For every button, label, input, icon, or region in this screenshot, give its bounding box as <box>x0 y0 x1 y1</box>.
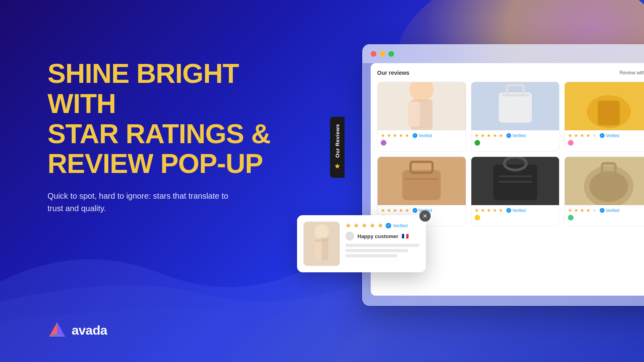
browser-dot-green[interactable] <box>388 51 394 57</box>
product-image-wrapper <box>378 157 466 205</box>
star-3: ★ <box>393 133 397 138</box>
color-dot-row <box>471 138 559 147</box>
popup-stars-row: ★ ★ ★ ★ ★ ✓ Verified <box>345 222 419 229</box>
verified-badge: ✓ Verified <box>506 133 526 138</box>
popup-reviewer-name: Happy customer <box>357 233 398 239</box>
verified-text: Verified <box>512 208 526 213</box>
verified-text: Verified <box>606 208 619 213</box>
popup-image-inner <box>303 222 340 266</box>
popup-star-2: ★ <box>353 222 359 229</box>
reviews-header: Our reviews Review with me <box>377 70 644 76</box>
verified-check-icon: ✓ <box>600 133 605 138</box>
popup-star-3: ★ <box>361 222 367 229</box>
avada-logo-icon <box>47 321 67 340</box>
product-image-tan-bag <box>378 157 466 205</box>
product-image-wrapper <box>471 82 559 130</box>
star-2: ★ <box>387 133 391 138</box>
reviews-link[interactable]: Review with me <box>619 70 644 76</box>
sidebar-tab-label: Our Reviews <box>334 124 341 158</box>
main-heading: SHINE BRIGHT WITH STAR RATINGS & REVIEW … <box>47 58 297 179</box>
stars-row: ★ ★ ★ ★ ★ ✓ Verified <box>471 208 559 213</box>
color-dot-row <box>378 138 466 147</box>
popup-verified-icon: ✓ <box>386 223 391 228</box>
product-card[interactable]: ★ ★ ★ ★ ★ ✓ Verified <box>377 82 466 152</box>
verified-check-icon: ✓ <box>506 208 511 213</box>
color-dot-row <box>565 138 644 147</box>
color-dot-row <box>565 213 644 222</box>
stars-row: ★ ★ ★ ★ ★ ✓ Verified <box>565 133 644 138</box>
product-card[interactable]: ★ ★ ★ ★ ★ ✓ Verified <box>564 156 644 226</box>
logo-text: avada <box>72 323 107 338</box>
product-card[interactable]: ★ ★ ★ ★ ★ ✓ Verified <box>471 82 560 152</box>
verified-badge: ✓ Verified <box>600 133 619 138</box>
star-4: ★ <box>399 133 403 138</box>
verified-check-icon: ✓ <box>506 133 511 138</box>
star-1: ★ <box>381 133 385 138</box>
popup-body: ★ ★ ★ ★ ★ ✓ Verified Happy customer 🇫🇷 <box>345 222 419 266</box>
product-card[interactable]: ★ ★ ★ ★ ★ ✓ Verified <box>471 156 560 226</box>
popup-flag-emoji: 🇫🇷 <box>402 233 409 239</box>
browser-dot-yellow[interactable] <box>380 51 385 57</box>
verified-check-icon: ✓ <box>413 133 417 138</box>
color-option[interactable] <box>475 140 480 146</box>
our-reviews-sidebar-tab[interactable]: Our Reviews ★ <box>330 117 345 178</box>
color-option[interactable] <box>568 215 574 220</box>
browser-dot-red[interactable] <box>371 51 376 57</box>
color-option[interactable] <box>568 140 574 146</box>
product-image-wrapper <box>471 157 559 205</box>
product-image-wrapper <box>378 82 466 130</box>
popup-text-line-2 <box>345 249 408 252</box>
popup-star-1: ★ <box>345 222 351 229</box>
popup-close-button[interactable]: ✕ <box>419 210 431 222</box>
stars-row: ★ ★ ★ ★ ★ ✓ Verified <box>471 133 559 138</box>
svg-rect-9 <box>499 93 532 123</box>
popup-reviewer-info: Happy customer 🇫🇷 <box>345 232 419 241</box>
stars-row: ★ ★ ★ ★ ★ ✓ Verified <box>378 133 466 138</box>
product-image-yellow <box>565 82 644 130</box>
product-image-straw-bag <box>565 157 644 205</box>
browser-titlebar <box>363 45 644 63</box>
product-image-wrapper <box>565 82 644 130</box>
popup-text-line-3 <box>345 254 397 257</box>
verified-text: Verified <box>419 134 432 138</box>
product-image-floral <box>378 82 466 130</box>
star-5: ★ <box>405 133 409 138</box>
stars-row: ★ ★ ★ ★ ★ ✓ Verified <box>565 208 644 213</box>
color-dot-row <box>471 213 559 222</box>
svg-rect-18 <box>405 178 438 180</box>
popup-product-image <box>303 222 340 266</box>
product-card[interactable]: ★ ★ ★ ★ ★ ✓ Verified <box>564 82 644 152</box>
popup-review-text <box>345 244 419 257</box>
verified-badge: ✓ Verified <box>413 133 432 138</box>
svg-rect-22 <box>499 175 532 177</box>
verified-badge: ✓ Verified <box>600 208 619 213</box>
product-image-white-bag <box>471 82 559 130</box>
popup-verified-badge: ✓ Verified <box>386 223 408 228</box>
svg-rect-7 <box>420 102 432 126</box>
svg-rect-11 <box>502 94 529 96</box>
color-option[interactable] <box>381 140 386 146</box>
color-option[interactable] <box>475 215 480 220</box>
popup-avatar <box>345 232 354 241</box>
svg-rect-16 <box>402 170 441 200</box>
product-grid: ★ ★ ★ ★ ★ ✓ Verified <box>377 82 644 226</box>
reviews-panel-title: Our reviews <box>377 70 409 76</box>
svg-rect-23 <box>499 181 532 183</box>
verified-text: Verified <box>606 134 619 138</box>
verified-check-icon: ✓ <box>600 208 605 213</box>
svg-rect-14 <box>598 101 620 125</box>
popup-text-line-1 <box>345 244 419 247</box>
svg-rect-32 <box>315 239 328 242</box>
sidebar-star-icon: ★ <box>334 162 341 171</box>
verified-check-icon: ✓ <box>413 208 417 213</box>
left-content-area: SHINE BRIGHT WITH STAR RATINGS & REVIEW … <box>47 58 297 215</box>
product-image-wrapper <box>565 157 644 205</box>
svg-rect-6 <box>408 102 420 126</box>
logo-area: avada <box>47 321 107 340</box>
popup-star-5: ★ <box>378 222 383 229</box>
verified-badge: ✓ Verified <box>506 208 526 213</box>
svg-point-29 <box>314 224 329 239</box>
verified-text: Verified <box>512 134 526 138</box>
popup-star-4: ★ <box>369 222 375 229</box>
popup-verified-text: Verified <box>393 223 408 228</box>
